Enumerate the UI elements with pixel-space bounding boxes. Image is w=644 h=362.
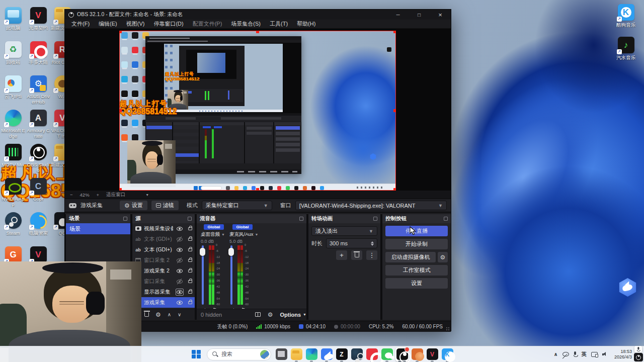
start-button[interactable] bbox=[190, 347, 203, 362]
move-up-icon[interactable]: ∧ bbox=[168, 312, 171, 317]
tray-chevron-icon[interactable]: ∧ bbox=[553, 351, 557, 357]
taskbar-app-icon[interactable]: V bbox=[426, 347, 439, 362]
source-list-item[interactable]: ab 文本 (GDI+) 2 bbox=[132, 234, 195, 244]
volume-slider-handle[interactable] bbox=[200, 248, 205, 256]
controls-dock-header[interactable]: 控制按钮 bbox=[382, 214, 451, 223]
visibility-toggle[interactable] bbox=[176, 236, 184, 243]
visibility-toggle[interactable] bbox=[176, 246, 184, 253]
fit-window-dropdown[interactable]: 适应窗口 ▼ bbox=[106, 192, 149, 198]
transition-properties-button[interactable]: ⋮ bbox=[366, 250, 377, 260]
taskbar-app-icon[interactable] bbox=[320, 347, 333, 362]
duration-input[interactable]: 300 ms bbox=[326, 238, 377, 248]
source-list-item[interactable]: ab 文本 (GDI+) bbox=[132, 244, 195, 255]
dock-popout-icon[interactable] bbox=[299, 217, 303, 221]
menu-item[interactable]: 编辑(E) bbox=[94, 20, 122, 28]
desktop-icon[interactable]: ↗ 云飞IPS bbox=[1, 75, 25, 99]
hidden-eye-icon[interactable] bbox=[562, 352, 569, 356]
resize-grip[interactable] bbox=[446, 327, 450, 331]
desktop-icon[interactable]: ↗ OBS Studio bbox=[26, 144, 50, 173]
desktop-icon[interactable]: ↗ Microsoft Edge bbox=[1, 110, 25, 139]
taskbar-app-icon[interactable] bbox=[411, 347, 424, 362]
menu-item[interactable]: 视图(V) bbox=[122, 20, 149, 28]
lock-icon[interactable] bbox=[188, 248, 192, 251]
selection-handle[interactable] bbox=[256, 31, 259, 33]
desktop-icon[interactable]: ♻ ↗ 回收站 bbox=[1, 41, 25, 65]
taskbar-app-icon[interactable]: K bbox=[441, 347, 454, 362]
lock-icon[interactable] bbox=[188, 280, 192, 283]
selection-handle[interactable] bbox=[256, 188, 259, 191]
channel-name-dropdown[interactable]: 麦克风/Aux▼ bbox=[229, 231, 256, 238]
maximize-button[interactable]: □ bbox=[409, 10, 430, 20]
move-down-icon[interactable]: ∨ bbox=[178, 312, 181, 317]
remove-source-icon[interactable] bbox=[144, 312, 149, 317]
lock-icon[interactable] bbox=[188, 269, 192, 273]
source-list-item[interactable]: 游戏采集 bbox=[132, 297, 195, 308]
mixer-dock-header[interactable]: 混音器 bbox=[197, 214, 306, 223]
dock-popout-icon[interactable] bbox=[188, 217, 192, 221]
control-button[interactable]: 工作室模式 bbox=[385, 265, 448, 276]
menu-item[interactable]: 停靠窗口(D) bbox=[149, 20, 188, 28]
menu-item[interactable]: 场景集合(S) bbox=[226, 20, 265, 28]
ime-indicator[interactable]: 英 bbox=[582, 351, 587, 358]
selection-handle[interactable] bbox=[393, 109, 396, 112]
selection-handle[interactable] bbox=[119, 31, 122, 33]
control-button[interactable]: 设置 bbox=[385, 278, 448, 289]
source-filters-button[interactable]: 滤镜 bbox=[151, 201, 179, 210]
capture-window-select[interactable]: [VALORANT-Win64-Shipping.exe]: VALORANT▼ bbox=[295, 201, 447, 210]
microphone-tray-icon[interactable] bbox=[574, 351, 577, 357]
desktop-icon[interactable]: ↗ NVIDIA App bbox=[1, 178, 25, 207]
transition-select[interactable]: 淡入淡出▼ bbox=[311, 226, 377, 236]
capture-mode-select[interactable]: 采集特定窗口▼ bbox=[202, 201, 272, 210]
desktop-icon[interactable]: C ↗ Copr bbox=[26, 178, 50, 202]
desktop-icon[interactable]: ⚙ ↗ ASUS DriverHub bbox=[26, 75, 50, 105]
visibility-toggle[interactable] bbox=[176, 225, 184, 232]
volume-slider-handle[interactable] bbox=[228, 248, 234, 256]
selection-handle[interactable] bbox=[393, 188, 396, 191]
menu-item[interactable]: 帮助(H) bbox=[292, 20, 320, 28]
close-button[interactable]: × bbox=[430, 10, 451, 20]
desktop-icon[interactable]: A ↗ Armoury Crate bbox=[26, 110, 50, 139]
desktop-icon[interactable]: ↗ 电脑管家 bbox=[26, 212, 50, 236]
dock-popout-icon[interactable] bbox=[373, 217, 377, 221]
selection-handle[interactable] bbox=[393, 31, 396, 33]
source-settings-icon[interactable]: ⚙ bbox=[155, 312, 161, 318]
desktop-icon[interactable]: ↗ 此电脑 bbox=[1, 7, 25, 31]
menu-item[interactable]: 工具(T) bbox=[265, 20, 292, 28]
source-list-item[interactable]: 窗口采集 2 bbox=[132, 255, 195, 265]
desktop-icon[interactable]: ♪ ↗ 汽水音乐 bbox=[614, 37, 638, 60]
channel-name-dropdown[interactable]: 桌面音频▼ bbox=[201, 231, 227, 238]
menu-item[interactable]: 文件(F) bbox=[67, 20, 94, 28]
taskbar-app-icon[interactable] bbox=[380, 347, 393, 362]
visibility-toggle[interactable] bbox=[176, 278, 184, 285]
visibility-toggle[interactable] bbox=[176, 299, 184, 306]
lock-icon[interactable] bbox=[188, 301, 192, 304]
dock-popout-icon[interactable] bbox=[123, 217, 127, 221]
source-list-item[interactable]: 游戏采集 2 bbox=[132, 265, 195, 276]
layout-toggle-icon[interactable] bbox=[255, 312, 261, 317]
obs-preview-capture[interactable]: 超凡以上打号 QQ2685814512 bbox=[119, 31, 396, 191]
selection-handle[interactable] bbox=[119, 109, 122, 112]
mixer-settings-icon[interactable]: ⚙ bbox=[268, 312, 273, 318]
lock-icon[interactable] bbox=[188, 227, 192, 230]
zoom-out-button[interactable]: − bbox=[70, 192, 73, 198]
taskbar-app-icon[interactable] bbox=[395, 347, 409, 362]
taskbar-app-icon[interactable] bbox=[350, 347, 363, 362]
taskbar-app-icon[interactable] bbox=[290, 347, 303, 362]
control-button[interactable]: 启动虚拟摄像机 bbox=[385, 252, 436, 262]
visibility-toggle[interactable] bbox=[176, 289, 184, 296]
lock-icon[interactable] bbox=[188, 291, 192, 294]
source-list-item[interactable]: 窗口采集 bbox=[132, 276, 195, 287]
menu-item[interactable]: 配置文件(P) bbox=[188, 20, 227, 28]
zoom-in-button[interactable]: + bbox=[97, 192, 100, 198]
source-list-item[interactable]: 视频采集设备 bbox=[132, 223, 195, 234]
scenes-dock-header[interactable]: 场景 bbox=[66, 214, 130, 223]
taskbar-app-icon[interactable] bbox=[305, 347, 318, 362]
mixer-options-button[interactable]: Options▼ bbox=[280, 312, 307, 318]
visibility-toggle[interactable] bbox=[176, 267, 184, 275]
selection-handle[interactable] bbox=[119, 188, 122, 191]
visibility-toggle[interactable] bbox=[176, 257, 184, 264]
source-list-item[interactable]: 显示器采集 bbox=[132, 287, 195, 297]
sources-dock-header[interactable]: 源 bbox=[132, 214, 195, 223]
lock-icon[interactable] bbox=[188, 259, 192, 262]
search-box[interactable]: 搜索 bbox=[207, 348, 271, 360]
